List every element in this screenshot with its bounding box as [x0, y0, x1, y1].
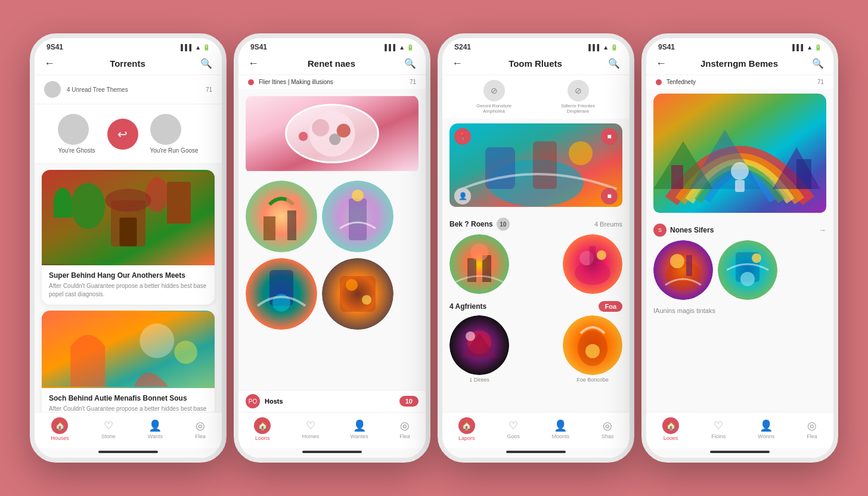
circle-svg-4-3: [563, 315, 622, 375]
section-header-2-3: 4 Agfrients Foa: [450, 301, 622, 312]
section2-badge-3[interactable]: Foa: [599, 301, 622, 312]
circles-row-2-2: [246, 258, 418, 330]
bowl-svg-2: [246, 95, 418, 172]
tab-label-goos-3: Goos: [507, 433, 520, 439]
icon-label-2-3: Sdleror Friontes Dmplerare: [554, 103, 602, 114]
svg-rect-55: [735, 180, 745, 192]
svg-point-62: [740, 272, 755, 286]
overlay-left-3[interactable]: 📍: [454, 128, 471, 145]
footer-left-2: PO Hosts: [246, 394, 283, 408]
tab-flea-2[interactable]: ◎ Flea: [399, 419, 410, 439]
icon-btn-2-3[interactable]: ⊘ Sdleror Friontes Dmplerare: [554, 80, 602, 114]
tab-bar-4: 🏠 Looes ♡ Fioins 👤 Wonns ◎ Flea: [646, 412, 833, 448]
circle-item-2-3: [563, 234, 622, 294]
svg-point-41: [575, 261, 610, 285]
tab-label-flea-1: Flea: [195, 433, 206, 439]
nav-title-3: Toom Rluets: [463, 58, 608, 69]
top-nav-3: ← Toom Rluets 🔍: [442, 54, 630, 75]
avatar-right-1: [150, 114, 181, 145]
section-arrows-4[interactable]: →: [819, 226, 826, 234]
phone-2: 9S41 ▌▌▌ ▲ 🔋 ← Renet naes 🔍 Flier Itines…: [234, 33, 430, 463]
svg-rect-22: [349, 199, 367, 240]
circle-svg-right-2: [322, 181, 393, 252]
tab-icon-goos-3: ♡: [509, 419, 518, 432]
tab-wantes-2[interactable]: 👤 Wantes: [351, 419, 368, 439]
tab-label-flea-2: Flea: [399, 433, 410, 439]
card-1-1[interactable]: Super Behind Hang Our Anothers Meets Aft…: [42, 170, 215, 305]
card-1-2[interactable]: Soch Behind Autie Menafis Bonnet Sous Af…: [42, 311, 215, 412]
tab-fioins-4[interactable]: ♡ Fioins: [711, 419, 726, 439]
overlay-br-3[interactable]: ■: [601, 188, 618, 204]
content-2: [238, 89, 426, 390]
search-icon-1[interactable]: 🔍: [200, 58, 212, 69]
tab-moonts-3[interactable]: 👤 Moonts: [552, 419, 570, 439]
tab-lapors-3[interactable]: 🏠 Lapors: [458, 417, 475, 441]
footer-text-4: IAunins magis tintaks: [646, 303, 833, 318]
tab-label-houses-1: Houses: [51, 435, 69, 441]
search-icon-4[interactable]: 🔍: [812, 58, 824, 69]
svg-rect-19: [287, 210, 296, 240]
tab-icon-wonns-4: 👤: [760, 419, 773, 432]
tab-homes-2[interactable]: ♡ Homes: [302, 419, 320, 439]
svg-rect-37: [467, 258, 476, 282]
section-title-1-3: Bek ? Roens: [450, 220, 493, 228]
svg-point-63: [752, 253, 761, 263]
svg-point-30: [362, 295, 371, 305]
card-image-1-1: [42, 170, 215, 265]
icon-btn-1-3[interactable]: ⊘ Geront Ronsture Amphorea: [470, 80, 518, 114]
status-bar-2: 9S41 ▌▌▌ ▲ 🔋: [238, 38, 426, 54]
circle-4-3: [563, 315, 622, 375]
tab-houses-1[interactable]: 🏠 Houses: [51, 417, 69, 441]
circle-svg-right2-2: [322, 258, 393, 330]
tab-looes-4[interactable]: 🏠 Looes: [662, 417, 679, 441]
tab-wonns-4[interactable]: 👤 Wonns: [758, 419, 774, 439]
svg-point-58: [670, 254, 684, 268]
section-avatar-4: S: [653, 224, 666, 237]
tab-flea-1[interactable]: ◎ Flea: [195, 419, 206, 439]
tab-bar-3: 🏠 Lapors ♡ Goos 👤 Moonts ◎ Shas: [442, 412, 630, 448]
svg-point-15: [299, 132, 308, 141]
back-button-4[interactable]: ←: [656, 57, 666, 70]
svg-point-54: [731, 162, 749, 180]
svg-point-23: [352, 190, 364, 202]
time-3: S241: [454, 43, 471, 51]
search-icon-3[interactable]: 🔍: [608, 58, 620, 69]
tab-wants-1[interactable]: 👤 Wants: [148, 419, 163, 439]
content-4: S Nones Sifers →: [646, 89, 833, 412]
card-image-1-2: [42, 311, 215, 388]
svg-rect-53: [796, 159, 811, 189]
tab-icon-shas-3: ◎: [603, 419, 612, 432]
header-count-4: 71: [817, 79, 824, 85]
footer-2: PO Hosts 10: [238, 390, 426, 412]
back-button-2[interactable]: ←: [248, 57, 259, 70]
tab-label-loons-2: Loons: [255, 435, 270, 441]
avatar-left-1: [58, 114, 89, 145]
circle-svg-left2-2: [246, 258, 317, 330]
tab-shas-3[interactable]: ◎ Shas: [602, 419, 614, 439]
top-nav-2: ← Renet naes 🔍: [238, 54, 426, 75]
section-header-left-3: Bek ? Roens 10: [450, 218, 510, 231]
tab-loons-2[interactable]: 🏠 Loons: [254, 417, 271, 441]
tab-flea-4[interactable]: ◎ Flea: [807, 419, 817, 439]
back-button-1[interactable]: ←: [44, 57, 55, 70]
overlay-bl-3[interactable]: 👤: [454, 188, 471, 204]
svg-point-29: [346, 279, 358, 291]
card-desc-1-2: After Couldn't Guarantee propose a bette…: [49, 405, 207, 412]
back-button-3[interactable]: ←: [452, 57, 463, 70]
main-image-2: [246, 95, 418, 175]
circles-row-3: [450, 234, 622, 294]
avatar-small-1: [44, 81, 61, 98]
circle-2-4: [718, 240, 777, 300]
search-icon-2[interactable]: 🔍: [404, 58, 416, 69]
tab-goos-3[interactable]: ♡ Goos: [507, 419, 520, 439]
avatar-center-1[interactable]: ↩: [107, 119, 138, 150]
time-1: 9S41: [46, 43, 63, 51]
svg-point-35: [569, 141, 593, 165]
tab-label-stone-1: Stone: [101, 433, 116, 439]
tab-icon-wantes-2: 👤: [353, 419, 366, 432]
item-label-1-3: 1 Direes: [450, 377, 509, 383]
overlay-right-3[interactable]: ■: [601, 128, 618, 145]
tab-label-shas-3: Shas: [602, 433, 614, 439]
section-2-3: 4 Agfrients Foa: [442, 297, 630, 386]
tab-stone-1[interactable]: ♡ Stone: [101, 419, 116, 439]
